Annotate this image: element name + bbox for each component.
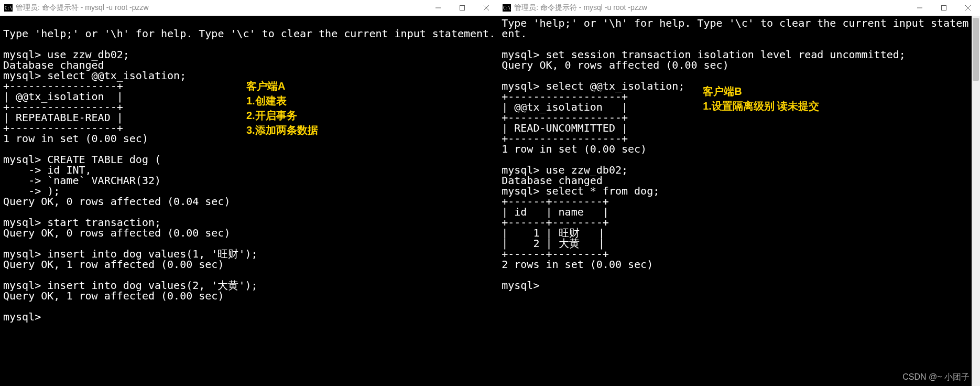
scrollbar-thumb[interactable] — [973, 18, 979, 81]
close-button[interactable] — [474, 0, 498, 16]
annotation-b: 客户端B 1.设置隔离级别 读未提交 — [703, 84, 819, 113]
scrollbar-b[interactable] — [972, 16, 980, 386]
cmd-icon: C:\ — [4, 4, 13, 12]
window-controls-b — [908, 0, 980, 16]
close-button[interactable] — [956, 0, 980, 16]
minimize-button[interactable] — [908, 0, 932, 16]
terminal-output-a[interactable]: Type 'help;' or '\h' for help. Type '\c'… — [0, 16, 498, 386]
svg-rect-5 — [942, 6, 946, 10]
terminal-output-b[interactable]: Type 'help;' or '\h' for help. Type '\c'… — [498, 16, 980, 386]
titlebar-a[interactable]: C:\ 管理员: 命令提示符 - mysql -u root -pzzw — [0, 0, 498, 16]
titlebar-b[interactable]: C:\ 管理员: 命令提示符 - mysql -u root -pzzw — [498, 0, 980, 16]
watermark: CSDN @~ 小团子 — [902, 372, 970, 383]
svg-rect-1 — [460, 6, 465, 10]
minimize-button[interactable] — [426, 0, 450, 16]
cmd-icon: C:\ — [503, 4, 511, 12]
maximize-button[interactable] — [932, 0, 956, 16]
annotation-a: 客户端A 1.创建表 2.开启事务 3.添加两条数据 — [246, 79, 318, 137]
window-title-a: 管理员: 命令提示符 - mysql -u root -pzzw — [16, 3, 426, 13]
window-controls-a — [426, 0, 498, 16]
terminal-window-b: C:\ 管理员: 命令提示符 - mysql -u root -pzzw Typ… — [498, 0, 980, 386]
maximize-button[interactable] — [450, 0, 474, 16]
window-title-b: 管理员: 命令提示符 - mysql -u root -pzzw — [514, 3, 908, 13]
terminal-window-a: C:\ 管理员: 命令提示符 - mysql -u root -pzzw Typ… — [0, 0, 498, 386]
